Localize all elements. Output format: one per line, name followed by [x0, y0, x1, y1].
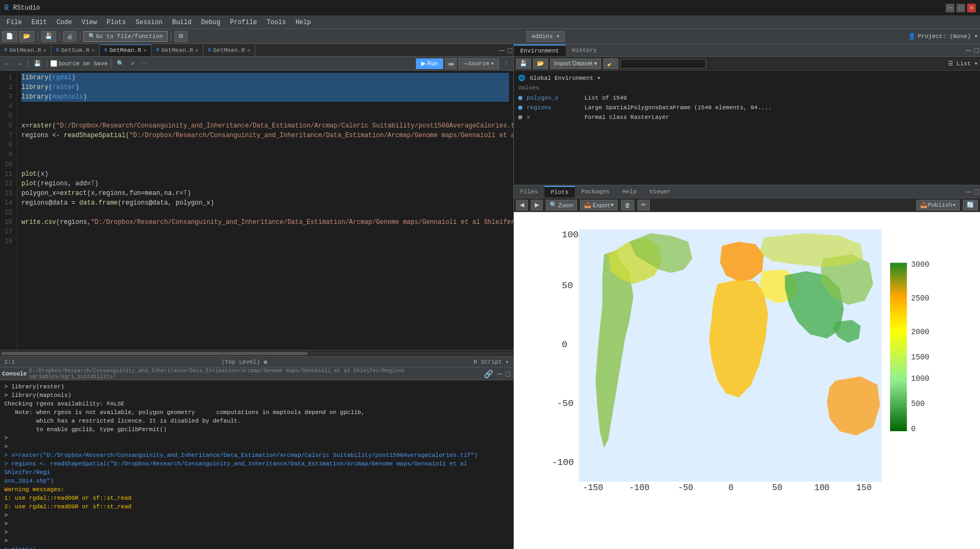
code-line-10[interactable]	[21, 160, 509, 169]
code-line-6[interactable]: x=raster("D:/Dropbox/Research/Consanguin…	[21, 121, 509, 131]
env-maximize-btn[interactable]: □	[974, 46, 980, 55]
list-view-btn[interactable]: ☰ List ▾	[948, 60, 978, 67]
code-line-5[interactable]	[21, 111, 509, 121]
source-on-save-checkbox[interactable]	[50, 60, 57, 67]
env-search-input[interactable]	[620, 59, 706, 69]
refresh-btn[interactable]: 🔄	[963, 200, 978, 210]
tab-history[interactable]: History	[566, 44, 603, 56]
tab-close-1[interactable]: ✕	[43, 47, 47, 54]
global-env-selector[interactable]: 🌐 Global Environment ▾	[518, 73, 976, 82]
code-line-16[interactable]: write.csv(regions,"D:/Dropbox/Research/C…	[21, 217, 509, 227]
run-prev-btn[interactable]: ⏮	[445, 58, 457, 69]
console-content[interactable]: > library(raster) > library(maptools) Ch…	[0, 380, 513, 549]
tab-plots[interactable]: Plots	[544, 186, 575, 198]
export-button[interactable]: 📤 Export ▾	[580, 200, 618, 210]
console-minimize-btn[interactable]: ─	[496, 370, 504, 378]
code-line-7[interactable]: regions <- readShapeSpatial("D:/Dropbox/…	[21, 131, 509, 140]
minimize-button[interactable]: ─	[946, 4, 954, 12]
new-file-button[interactable]: 📄	[2, 31, 17, 42]
tab-close-3[interactable]: ✕	[143, 47, 147, 54]
zoom-button[interactable]: 🔍 Zoom	[546, 200, 577, 210]
scrollbar-track[interactable]	[1, 352, 512, 355]
project-button[interactable]: 👤 Project: (None) ▾	[908, 33, 978, 40]
save-button[interactable]: 💾	[41, 31, 56, 42]
editor-maximize-btn[interactable]: □	[507, 46, 513, 55]
tab-viewer[interactable]: Viewer	[643, 186, 677, 198]
go-to-file-button[interactable]: 🔍 Go to file/function	[83, 31, 168, 42]
code-line-17[interactable]	[21, 227, 509, 237]
code-line-13[interactable]: polygon_x=extract(x,regions,fun=mean,na.…	[21, 189, 509, 198]
import-dataset-btn[interactable]: Import Dataset ▾	[550, 58, 601, 69]
tab-getmean-4[interactable]: R GetMean.R ✕	[152, 44, 203, 56]
code-line-15[interactable]	[21, 208, 509, 217]
console-link-icon[interactable]: 🔗	[483, 370, 494, 378]
viewer-maximize-btn[interactable]: □	[974, 187, 980, 196]
maximize-button[interactable]: □	[956, 4, 965, 12]
tab-packages[interactable]: Packages	[575, 186, 616, 198]
menu-tools[interactable]: Tools	[262, 18, 290, 27]
menu-debug[interactable]: Debug	[197, 18, 225, 27]
save-file-btn[interactable]: 💾	[32, 58, 43, 69]
redo-button[interactable]: →	[14, 58, 25, 69]
code-line-8[interactable]	[21, 140, 509, 150]
options-btn[interactable]: ⋮	[501, 58, 511, 69]
clear-env-btn[interactable]: 🧹	[603, 58, 618, 69]
env-save-btn[interactable]: 💾	[516, 58, 531, 69]
code-line-11[interactable]: plot(x)	[21, 169, 509, 179]
env-load-btn[interactable]: 📂	[533, 58, 548, 69]
tab-getmean-5[interactable]: R GetMean.R ✕	[204, 44, 255, 56]
forward-plot-btn[interactable]: ▶	[531, 200, 543, 210]
code-line-18[interactable]	[21, 237, 509, 246]
editor-scrollbar[interactable]	[0, 350, 513, 356]
settings-button[interactable]: ⚙	[174, 31, 187, 42]
code-line-14[interactable]: regions@data = data.frame(regions@data, …	[21, 198, 509, 208]
addins-button[interactable]: Addins ▾	[527, 31, 565, 42]
publish-button[interactable]: 📤 Publish ▾	[916, 200, 960, 210]
code-line-3[interactable]: library(maptools)	[21, 92, 509, 102]
menu-plots[interactable]: Plots	[102, 18, 130, 27]
search-btn[interactable]: 🔍	[115, 58, 126, 69]
delete-plot-btn[interactable]: 🗑	[621, 200, 634, 210]
undo-button[interactable]: ←	[2, 58, 12, 69]
close-button[interactable]: ✕	[967, 4, 976, 12]
tab-files[interactable]: Files	[514, 186, 544, 198]
env-minimize-btn[interactable]: ─	[965, 46, 973, 55]
global-env-label[interactable]: Global Environment ▾	[530, 74, 601, 81]
brush-btn[interactable]: ✏	[637, 200, 650, 210]
tab-close-2[interactable]: ✕	[92, 47, 95, 54]
code-line-12[interactable]: plot(regions, add=T)	[21, 179, 509, 189]
tab-getmean-active[interactable]: R GetMean.R ✕	[100, 44, 151, 56]
tab-help[interactable]: Help	[616, 186, 643, 198]
file-type[interactable]: R Script ▾	[474, 358, 509, 365]
menu-view[interactable]: View	[77, 18, 101, 27]
code-line-4[interactable]	[21, 102, 509, 111]
tab-environment[interactable]: Environment	[514, 44, 566, 56]
spell-check-btn[interactable]: ✓	[128, 58, 138, 69]
run-button[interactable]: ▶ Run	[416, 58, 443, 69]
tab-close-5[interactable]: ✕	[247, 47, 250, 54]
source-button[interactable]: ⇒ Source ▾	[459, 58, 499, 69]
scrollbar-thumb[interactable]	[1, 352, 308, 355]
console-maximize-btn[interactable]: □	[505, 370, 511, 378]
editor-minimize-btn[interactable]: ─	[498, 46, 506, 55]
more-btn[interactable]: ⋯	[140, 58, 150, 69]
code-line-9[interactable]	[21, 150, 509, 160]
tab-getsum[interactable]: R GetSum.R ✕	[52, 44, 100, 56]
viewer-minimize-btn[interactable]: ─	[965, 187, 973, 196]
tab-getmean-1[interactable]: R GetMean.R ✕	[0, 44, 51, 56]
code-line-1[interactable]: library(rgdal)	[21, 73, 509, 82]
print-button[interactable]: 🖨	[63, 31, 77, 42]
menu-edit[interactable]: Edit	[27, 18, 51, 27]
code-content[interactable]: library(rgdal) library(raster) library(m…	[17, 71, 513, 350]
menu-file[interactable]: File	[2, 18, 26, 27]
back-plot-btn[interactable]: ◀	[516, 200, 528, 210]
menu-build[interactable]: Build	[168, 18, 196, 27]
menu-session[interactable]: Session	[131, 18, 166, 27]
tab-close-4[interactable]: ✕	[195, 47, 199, 54]
menu-help[interactable]: Help	[291, 18, 315, 27]
open-button[interactable]: 📂	[19, 31, 34, 42]
menu-code[interactable]: Code	[52, 18, 77, 27]
y-label-neg100: -100	[552, 457, 574, 468]
code-line-2[interactable]: library(raster)	[21, 82, 509, 92]
menu-profile[interactable]: Profile	[226, 18, 261, 27]
